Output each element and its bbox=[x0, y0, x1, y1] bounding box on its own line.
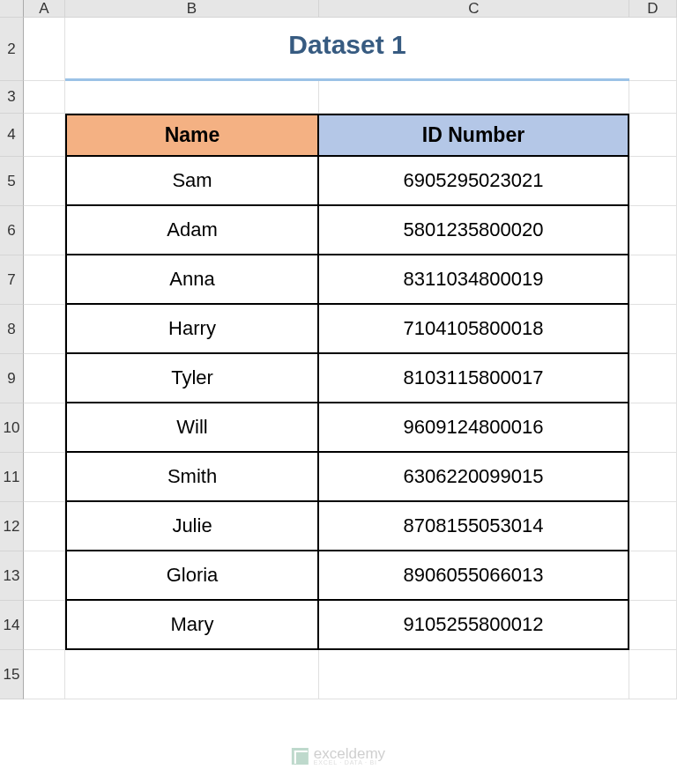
row-header-9[interactable]: 9 bbox=[0, 354, 24, 403]
cell-a2[interactable] bbox=[24, 18, 65, 81]
row-header-6[interactable]: 6 bbox=[0, 206, 24, 255]
watermark-logo-icon bbox=[292, 748, 309, 765]
cell-d10[interactable] bbox=[629, 403, 677, 453]
data-name-7[interactable]: Julie bbox=[65, 502, 319, 551]
row-header-15[interactable]: 15 bbox=[0, 650, 24, 699]
row-header-13[interactable]: 13 bbox=[0, 551, 24, 601]
cell-a14[interactable] bbox=[24, 601, 65, 650]
cell-a5[interactable] bbox=[24, 157, 65, 206]
data-name-1[interactable]: Adam bbox=[65, 206, 319, 255]
data-name-8[interactable]: Gloria bbox=[65, 551, 319, 601]
data-name-3[interactable]: Harry bbox=[65, 305, 319, 354]
cell-d4[interactable] bbox=[629, 114, 677, 157]
cell-d13[interactable] bbox=[629, 551, 677, 601]
data-id-0[interactable]: 6905295023021 bbox=[319, 157, 629, 206]
cell-d2[interactable] bbox=[629, 18, 677, 81]
data-name-9[interactable]: Mary bbox=[65, 601, 319, 650]
cell-a9[interactable] bbox=[24, 354, 65, 403]
cell-a3[interactable] bbox=[24, 81, 65, 114]
row-header-14[interactable]: 14 bbox=[0, 601, 24, 650]
data-name-6[interactable]: Smith bbox=[65, 453, 319, 502]
watermark-text-stack: exceldemy EXCEL · DATA · BI bbox=[314, 746, 385, 766]
cell-a11[interactable] bbox=[24, 453, 65, 502]
data-id-6[interactable]: 6306220099015 bbox=[319, 453, 629, 502]
data-id-9[interactable]: 9105255800012 bbox=[319, 601, 629, 650]
select-all-corner[interactable] bbox=[0, 0, 24, 18]
cell-b15[interactable] bbox=[65, 650, 319, 699]
watermark-subtext: EXCEL · DATA · BI bbox=[314, 759, 385, 766]
spreadsheet-grid: A B C D 2 Dataset 1 3 4 Name ID Number 5… bbox=[0, 0, 677, 699]
cell-a6[interactable] bbox=[24, 206, 65, 255]
cell-a8[interactable] bbox=[24, 305, 65, 354]
cell-a10[interactable] bbox=[24, 403, 65, 453]
col-header-b[interactable]: B bbox=[65, 0, 319, 18]
cell-d8[interactable] bbox=[629, 305, 677, 354]
table-header-name[interactable]: Name bbox=[65, 114, 319, 157]
cell-c3[interactable] bbox=[319, 81, 629, 114]
data-name-2[interactable]: Anna bbox=[65, 255, 319, 305]
watermark: exceldemy EXCEL · DATA · BI bbox=[292, 746, 385, 766]
cell-d9[interactable] bbox=[629, 354, 677, 403]
cell-d7[interactable] bbox=[629, 255, 677, 305]
data-name-4[interactable]: Tyler bbox=[65, 354, 319, 403]
cell-d14[interactable] bbox=[629, 601, 677, 650]
title-cell[interactable]: Dataset 1 bbox=[65, 18, 629, 81]
col-header-d[interactable]: D bbox=[629, 0, 677, 18]
row-header-12[interactable]: 12 bbox=[0, 502, 24, 551]
cell-c15[interactable] bbox=[319, 650, 629, 699]
row-header-3[interactable]: 3 bbox=[0, 81, 24, 114]
cell-a15[interactable] bbox=[24, 650, 65, 699]
table-header-id[interactable]: ID Number bbox=[319, 114, 629, 157]
row-header-4[interactable]: 4 bbox=[0, 114, 24, 157]
col-header-c[interactable]: C bbox=[319, 0, 629, 18]
cell-a12[interactable] bbox=[24, 502, 65, 551]
data-name-5[interactable]: Will bbox=[65, 403, 319, 453]
data-id-4[interactable]: 8103115800017 bbox=[319, 354, 629, 403]
data-id-8[interactable]: 8906055066013 bbox=[319, 551, 629, 601]
row-header-7[interactable]: 7 bbox=[0, 255, 24, 305]
row-header-8[interactable]: 8 bbox=[0, 305, 24, 354]
cell-d12[interactable] bbox=[629, 502, 677, 551]
row-header-2[interactable]: 2 bbox=[0, 18, 24, 81]
row-header-10[interactable]: 10 bbox=[0, 403, 24, 453]
cell-a4[interactable] bbox=[24, 114, 65, 157]
cell-b3[interactable] bbox=[65, 81, 319, 114]
cell-d5[interactable] bbox=[629, 157, 677, 206]
col-header-a[interactable]: A bbox=[24, 0, 65, 18]
cell-d15[interactable] bbox=[629, 650, 677, 699]
cell-d6[interactable] bbox=[629, 206, 677, 255]
data-name-0[interactable]: Sam bbox=[65, 157, 319, 206]
data-id-2[interactable]: 8311034800019 bbox=[319, 255, 629, 305]
cell-d11[interactable] bbox=[629, 453, 677, 502]
cell-d3[interactable] bbox=[629, 81, 677, 114]
data-id-1[interactable]: 5801235800020 bbox=[319, 206, 629, 255]
data-id-7[interactable]: 8708155053014 bbox=[319, 502, 629, 551]
row-header-11[interactable]: 11 bbox=[0, 453, 24, 502]
data-id-3[interactable]: 7104105800018 bbox=[319, 305, 629, 354]
cell-a13[interactable] bbox=[24, 551, 65, 601]
data-id-5[interactable]: 9609124800016 bbox=[319, 403, 629, 453]
row-header-5[interactable]: 5 bbox=[0, 157, 24, 206]
cell-a7[interactable] bbox=[24, 255, 65, 305]
